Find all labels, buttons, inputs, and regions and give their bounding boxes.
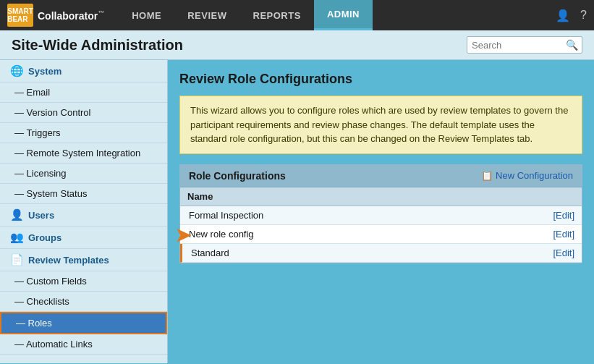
edit-link-new-role-config[interactable]: [Edit] [553,229,574,240]
nav-home[interactable]: HOME [119,0,174,30]
role-config-title: Role Configurations [189,170,286,182]
row-name-new-role-config: New role config [187,229,553,240]
table-header: Name [180,187,582,206]
sidebar-item-custom-fields[interactable]: — Custom Fields [0,271,167,292]
sidebar-item-triggers[interactable]: — Triggers [0,123,167,143]
nav-right-icons: 👤 ? [556,9,587,22]
main-layout: 🌐 System — Email — Version Control — Tri… [0,60,594,363]
header-bar: Site-Wide Administration 🔍 [0,30,594,60]
role-config-section: Role Configurations 📋 New Configuration … [179,164,582,263]
sidebar-item-system-status[interactable]: — System Status [0,184,167,204]
users-icon: 👤 [10,208,24,221]
logo-icon: SMARTBEAR [7,4,33,27]
role-config-header: Role Configurations 📋 New Configuration [180,165,582,187]
new-config-icon: 📋 [481,170,493,181]
user-icon[interactable]: 👤 [556,9,570,22]
sidebar: 🌐 System — Email — Version Control — Tri… [0,60,168,363]
review-templates-icon: 📄 [10,253,24,266]
system-icon: 🌐 [10,64,24,77]
content-title: Review Role Configurations [179,72,582,87]
sidebar-item-automatic-links[interactable]: — Automatic Links [0,334,167,355]
sidebar-item-system[interactable]: 🌐 System [0,60,167,82]
logo-area: SMARTBEAR Collaborator™ [7,4,104,27]
search-box[interactable]: 🔍 [467,36,582,54]
edit-link-standard[interactable]: [Edit] [553,247,574,258]
sidebar-item-checklists[interactable]: — Checklists [0,292,167,312]
table-header-name: Name [187,191,574,202]
groups-icon: 👥 [10,231,24,244]
sidebar-item-remote-system-integration[interactable]: — Remote System Integration [0,143,167,164]
edit-link-formal-inspection[interactable]: [Edit] [553,210,574,221]
search-input[interactable] [472,40,566,51]
brand-name: Collaborator™ [38,9,104,22]
info-box: This wizard allows you to configure role… [179,96,582,154]
sidebar-item-users[interactable]: 👤 Users [0,204,167,227]
page-title: Site-Wide Administration [12,37,183,54]
table-row: Formal Inspection [Edit] [180,206,582,225]
sidebar-item-review-templates[interactable]: 📄 Review Templates [0,249,167,271]
help-icon[interactable]: ? [580,9,587,22]
search-icon[interactable]: 🔍 [566,39,578,51]
row-name-formal-inspection: Formal Inspection [187,210,553,221]
role-config-table: Name Formal Inspection [Edit] New role c… [180,187,582,263]
sidebar-item-email[interactable]: — Email [0,82,167,103]
table-row: Standard [Edit] [180,244,582,263]
top-navigation: SMARTBEAR Collaborator™ HOME REVIEW REPO… [0,0,594,30]
table-row: New role config [Edit] [180,225,582,244]
sidebar-item-version-control[interactable]: — Version Control [0,103,167,123]
sidebar-item-roles[interactable]: — Roles [0,312,167,334]
sidebar-item-groups[interactable]: 👥 Groups [0,227,167,249]
row-name-standard: Standard [190,247,553,258]
content-area: Review Role Configurations This wizard a… [168,60,594,363]
nav-admin[interactable]: ADMIN [314,0,373,30]
nav-reports[interactable]: REPORTS [240,0,314,30]
sidebar-item-licensing[interactable]: — Licensing [0,164,167,184]
nav-links: HOME REVIEW REPORTS ADMIN [119,0,556,30]
nav-review[interactable]: REVIEW [174,0,239,30]
new-configuration-link[interactable]: 📋 New Configuration [481,170,573,181]
